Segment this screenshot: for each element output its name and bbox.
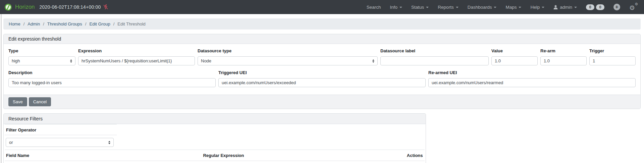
nav-item-help[interactable]: Help	[530, 5, 544, 10]
value-input[interactable]	[491, 56, 538, 65]
type-field: Type high	[8, 48, 75, 65]
add-circle-icon[interactable]: +	[613, 4, 620, 10]
notification-badge[interactable]: 0	[586, 4, 594, 10]
chevron-down-icon	[399, 7, 402, 8]
datasource-label-field: Datasource label	[380, 48, 489, 65]
form-row-2: Description Triggered UEI Re-armed UEI	[8, 70, 636, 87]
save-button[interactable]: Save	[8, 97, 27, 106]
filters-table: Field Name Regular Expression Actions Ad…	[5, 150, 425, 163]
datasource-label-label: Datasource label	[380, 48, 489, 53]
notification-badges: 0 0	[586, 4, 604, 10]
form-row-1: Type high Expression Datasource type Nod…	[8, 48, 636, 65]
nav-item-maps[interactable]: Maps	[505, 5, 521, 10]
filter-operator-section: Filter Operator or	[5, 124, 117, 150]
select-arrows-icon	[70, 59, 72, 63]
datasource-type-label: Datasource type	[198, 48, 378, 53]
top-navbar: Horizon 2020-06-02T17:08:14+00:00 Search…	[0, 0, 644, 14]
description-field: Description	[8, 70, 216, 87]
new-filter-row: Add	[5, 161, 425, 163]
opennms-logo-icon	[5, 4, 12, 11]
field-name-header: Field Name	[5, 150, 202, 161]
chevron-down-icon	[519, 7, 521, 8]
chevron-down-icon	[456, 7, 459, 8]
filter-operator-label: Filter Operator	[5, 124, 117, 135]
actions-header: Actions	[406, 150, 425, 161]
resource-filters-body: Filter Operator or Field Name Regular Ex…	[4, 124, 426, 163]
datasource-label-input[interactable]	[380, 56, 489, 65]
rearm-field: Re-arm	[540, 48, 587, 65]
nav-item-search[interactable]: Search	[367, 5, 381, 10]
breadcrumb-threshold-groups[interactable]: Threshold Groups	[47, 21, 82, 26]
type-select[interactable]: high	[8, 56, 75, 65]
datasource-type-select[interactable]: Node	[198, 56, 378, 65]
resource-filters-title: Resource Filters	[4, 114, 426, 124]
triggered-uei-field: Triggered UEI	[218, 70, 426, 87]
brand-group[interactable]: Horizon	[5, 4, 35, 11]
edit-threshold-card: Edit expression threshold Type high Expr…	[3, 34, 641, 109]
expression-field: Expression	[78, 48, 195, 65]
rearmed-uei-label: Re-armed UEI	[428, 70, 636, 75]
rearm-label: Re-arm	[540, 48, 587, 53]
server-timestamp: 2020-06-02T17:08:14+00:00	[40, 4, 101, 10]
nav-item-user-menu[interactable]: admin	[553, 5, 577, 10]
filter-operator-select[interactable]: or	[6, 138, 114, 147]
expression-input[interactable]	[78, 56, 195, 65]
chevron-down-icon	[542, 7, 544, 8]
flash-off-icon	[103, 4, 108, 10]
chevron-down-icon	[574, 7, 577, 8]
brand-title[interactable]: Horizon	[15, 4, 35, 10]
trigger-input[interactable]	[589, 56, 636, 65]
select-arrows-icon	[372, 59, 374, 63]
triggered-uei-input[interactable]	[218, 78, 426, 87]
trigger-label: Trigger	[589, 48, 636, 53]
rearmed-uei-input[interactable]	[428, 78, 636, 87]
datasource-type-field: Datasource type Node	[198, 48, 378, 65]
navbar-menu: Search Info Status Reports Dashboards Ma…	[367, 3, 638, 11]
cancel-button[interactable]: Cancel	[29, 97, 51, 106]
description-input[interactable]	[8, 78, 216, 87]
card-title: Edit expression threshold	[4, 34, 640, 44]
edit-threshold-actions: Save Cancel	[4, 95, 640, 109]
breadcrumb-admin[interactable]: Admin	[28, 21, 40, 26]
breadcrumb-edit-group[interactable]: Edit Group	[89, 21, 110, 26]
expression-label: Expression	[78, 48, 195, 53]
description-label: Description	[8, 70, 216, 75]
user-icon	[553, 5, 558, 9]
filters-header-row: Field Name Regular Expression Actions	[5, 150, 425, 161]
resource-filters-card: Resource Filters Filter Operator or Fiel…	[3, 113, 426, 163]
edit-threshold-form: Type high Expression Datasource type Nod…	[4, 44, 640, 95]
breadcrumb-current: Edit Threshold	[117, 21, 146, 26]
rearm-input[interactable]	[540, 56, 587, 65]
notification-badge[interactable]: 0	[596, 4, 604, 10]
nav-item-status[interactable]: Status	[411, 5, 429, 10]
nav-item-info[interactable]: Info	[390, 5, 402, 10]
select-arrows-icon	[108, 141, 110, 144]
value-field: Value	[491, 48, 538, 65]
chevron-down-icon	[426, 7, 429, 8]
trigger-field: Trigger	[589, 48, 636, 65]
breadcrumb-home[interactable]: Home	[9, 21, 20, 26]
breadcrumb: Home / Admin / Threshold Groups / Edit G…	[3, 18, 641, 30]
chevron-down-icon	[494, 7, 496, 8]
gears-icon[interactable]: ⚙ ⚙	[629, 3, 638, 11]
rearmed-uei-field: Re-armed UEI	[428, 70, 636, 87]
window-edge-line	[1, 14, 1, 163]
type-label: Type	[8, 48, 75, 53]
triggered-uei-label: Triggered UEI	[218, 70, 426, 75]
value-label: Value	[491, 48, 538, 53]
regular-expression-header: Regular Expression	[202, 150, 405, 161]
nav-item-dashboards[interactable]: Dashboards	[468, 5, 497, 10]
page-content: Home / Admin / Threshold Groups / Edit G…	[0, 18, 644, 163]
nav-item-reports[interactable]: Reports	[438, 5, 458, 10]
